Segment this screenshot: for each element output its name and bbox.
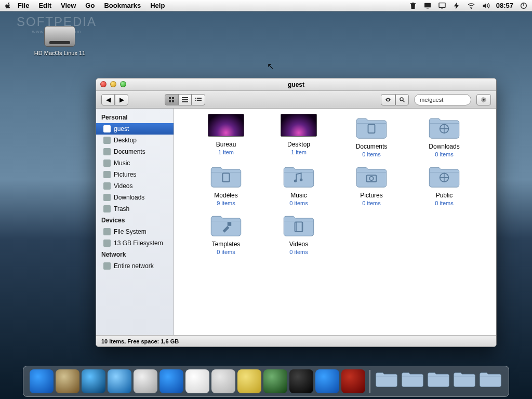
- dock-app-finder[interactable]: [30, 369, 54, 393]
- power-icon[interactable]: [520, 2, 528, 10]
- sidebar-item-pictures[interactable]: Pictures: [96, 169, 174, 180]
- folder-icon: [282, 211, 316, 237]
- wifi-icon[interactable]: [467, 2, 475, 10]
- dock-app-imovie[interactable]: [289, 369, 313, 393]
- menu-bookmarks[interactable]: Bookmarks: [104, 2, 141, 9]
- sidebar-item-label: Pictures: [114, 171, 136, 178]
- path-search-field[interactable]: me/guest: [414, 94, 471, 105]
- file-item-count: 0 items: [262, 249, 335, 255]
- svg-point-24: [294, 179, 297, 182]
- file-item-bureau[interactable]: Bureau1 item: [190, 114, 262, 157]
- search-button[interactable]: [395, 94, 409, 105]
- dock-app-garageband[interactable]: [263, 369, 287, 393]
- drive-icon: [103, 228, 111, 235]
- dock-pictures-stack[interactable]: [401, 369, 424, 393]
- window-controls: [100, 81, 126, 87]
- dock-app-safari[interactable]: [108, 369, 131, 393]
- sidebar-item-label: Desktop: [114, 137, 137, 144]
- menu-status-area: 08:57: [409, 2, 528, 10]
- view-icons-button[interactable]: [165, 94, 178, 105]
- dock-videos-stack[interactable]: [453, 369, 476, 393]
- view-compact-button[interactable]: [192, 94, 205, 105]
- sidebar-item-documents[interactable]: Documents: [96, 146, 174, 157]
- desktop-hd-icon[interactable]: HD MacOs Linux 11: [31, 26, 88, 56]
- sidebar-item-13-gb-filesystem[interactable]: 13 GB Filesystem: [96, 237, 174, 249]
- dock-app-itunes[interactable]: [315, 369, 339, 393]
- sidebar-item-downloads[interactable]: Downloads: [96, 192, 174, 203]
- back-button[interactable]: ◀: [101, 94, 115, 105]
- preview-toggle-button[interactable]: [381, 94, 395, 105]
- menu-view[interactable]: View: [61, 2, 76, 9]
- bolt-icon[interactable]: [453, 2, 461, 10]
- view-mode-segment: [165, 94, 205, 105]
- dock-downloads-stack[interactable]: [478, 369, 502, 393]
- sidebar-header: Personal: [96, 112, 174, 123]
- dock-app-notes[interactable]: [237, 369, 261, 393]
- svg-point-18: [400, 98, 403, 101]
- display-filled-icon[interactable]: [423, 2, 432, 10]
- dock-app-reminders[interactable]: [211, 369, 235, 393]
- menu-go[interactable]: Go: [85, 2, 95, 9]
- sidebar-item-file-system[interactable]: File System: [96, 226, 174, 237]
- nav-back-forward: ◀ ▶: [101, 94, 128, 105]
- file-name: Music: [262, 192, 335, 199]
- zoom-button[interactable]: [120, 81, 126, 87]
- sidebar-item-trash[interactable]: Trash: [96, 203, 174, 215]
- view-list-button[interactable]: [178, 94, 192, 105]
- file-item-count: 0 items: [262, 200, 335, 206]
- sidebar-item-label: Documents: [114, 148, 145, 155]
- dock-app-calendar[interactable]: [185, 369, 209, 393]
- svg-rect-7: [169, 97, 171, 99]
- dock-documents-stack[interactable]: [375, 369, 398, 393]
- file-item-count: 1 item: [262, 149, 335, 155]
- file-item-desktop[interactable]: Desktop1 item: [262, 114, 335, 157]
- forward-button[interactable]: ▶: [115, 94, 128, 105]
- file-item-count: 0 items: [335, 200, 408, 206]
- file-item-count: 9 items: [190, 200, 262, 206]
- menu-help[interactable]: Help: [150, 2, 165, 9]
- sidebar-item-label: Entire network: [114, 262, 154, 270]
- menu-edit[interactable]: Edit: [38, 2, 51, 9]
- apple-menu-icon[interactable]: [4, 2, 11, 9]
- sidebar-item-guest[interactable]: guest: [96, 123, 174, 135]
- dock-app-mission[interactable]: [82, 369, 105, 393]
- dock-separator: [369, 370, 370, 393]
- sidebar-item-music[interactable]: Music: [96, 157, 174, 169]
- settings-gear-button[interactable]: [476, 94, 491, 105]
- svg-rect-8: [172, 97, 174, 99]
- svg-line-19: [403, 100, 405, 102]
- dock-app-photobooth[interactable]: [341, 369, 365, 393]
- file-item-music[interactable]: Music0 items: [262, 163, 335, 206]
- close-button[interactable]: [100, 81, 107, 87]
- folder-icon: [354, 114, 389, 140]
- menu-file[interactable]: File: [18, 2, 29, 9]
- sidebar-item-desktop[interactable]: Desktop: [96, 135, 174, 146]
- toolbar: ◀ ▶ me/guest: [96, 91, 496, 109]
- files-pane[interactable]: Bureau1 itemDesktop1 itemDocuments0 item…: [174, 109, 496, 335]
- file-item-videos[interactable]: Videos0 items: [262, 211, 335, 255]
- volume-icon[interactable]: [482, 2, 490, 10]
- file-item-modèles[interactable]: Modèles9 items: [190, 163, 262, 206]
- minimize-button[interactable]: [110, 81, 116, 87]
- file-item-count: 0 items: [408, 151, 481, 157]
- dock-app-launchpad[interactable]: [56, 369, 79, 393]
- folder-icon: [427, 163, 461, 189]
- dock-music-stack[interactable]: [427, 369, 450, 393]
- folder-icon: [282, 163, 316, 189]
- music-icon: [103, 159, 111, 167]
- display-outline-icon[interactable]: [438, 2, 446, 10]
- dock-app-mail[interactable]: [134, 369, 157, 393]
- file-item-downloads[interactable]: Downloads0 items: [408, 114, 481, 157]
- file-item-templates[interactable]: Templates0 items: [190, 211, 262, 255]
- sidebar-item-videos[interactable]: Videos: [96, 180, 174, 192]
- sidebar-item-entire-network[interactable]: Entire network: [96, 260, 174, 272]
- file-item-public[interactable]: Public0 items: [408, 163, 481, 206]
- clock[interactable]: 08:57: [496, 2, 513, 9]
- svg-rect-12: [182, 99, 188, 100]
- dock-app-messages[interactable]: [159, 369, 183, 393]
- file-item-pictures[interactable]: Pictures0 items: [335, 163, 408, 206]
- sidebar-item-label: File System: [114, 228, 147, 235]
- file-item-documents[interactable]: Documents0 items: [335, 114, 408, 157]
- trash-menuicon[interactable]: [409, 2, 417, 10]
- titlebar[interactable]: guest: [96, 78, 496, 91]
